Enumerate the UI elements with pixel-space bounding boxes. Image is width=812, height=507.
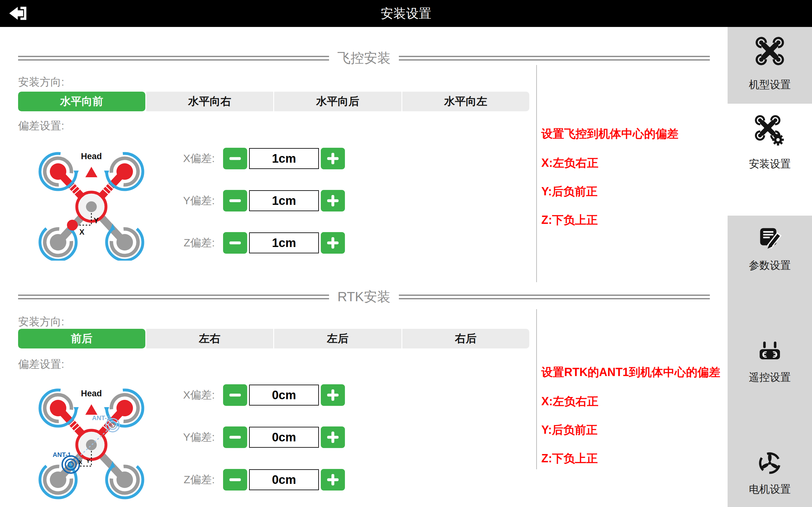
axis-x-label: X bbox=[79, 459, 83, 465]
rtk-direction-tabs: 前后 左右 左后 右后 bbox=[18, 329, 529, 348]
installation-settings-screen: 安装设置 飞控安装 安装方向: 水平向前 水平向右 水平向后 水平向左 偏差设置… bbox=[0, 0, 812, 507]
rtk-direction-label: 安装方向: bbox=[18, 315, 64, 329]
page-title: 安装设置 bbox=[0, 0, 812, 27]
fc-y-offset-label: Y偏差: bbox=[183, 193, 215, 208]
fc-y-offset-row: Y偏差: bbox=[183, 190, 345, 212]
head-label: Head bbox=[81, 152, 102, 161]
fc-x-offset-input[interactable] bbox=[249, 148, 319, 169]
fc-z-offset-label: Z偏差: bbox=[183, 236, 215, 250]
rtk-drone-diagram: ANT-2 ANT-1 Y X Head bbox=[38, 380, 152, 505]
rtk-z-offset-row: Z偏差: bbox=[183, 469, 345, 491]
fc-tab-horizontal-back[interactable]: 水平向后 bbox=[273, 92, 401, 111]
params-edit-icon bbox=[757, 226, 782, 251]
fc-tab-horizontal-forward[interactable]: 水平向前 bbox=[18, 92, 145, 111]
rtk-tab-right-back[interactable]: 右后 bbox=[401, 329, 529, 348]
topbar: 安装设置 bbox=[0, 0, 812, 27]
sidebar-item-label: 安装设置 bbox=[749, 157, 791, 171]
fc-section-title: 飞控安装 bbox=[337, 49, 391, 67]
minus-icon bbox=[230, 242, 241, 244]
minus-icon bbox=[230, 478, 241, 481]
rtk-x-offset-input[interactable] bbox=[249, 385, 319, 405]
fc-offset-label: 偏差设置: bbox=[18, 119, 64, 133]
minus-icon bbox=[230, 436, 241, 439]
rtk-tab-left-back[interactable]: 左后 bbox=[273, 329, 401, 348]
fc-tab-horizontal-left[interactable]: 水平向左 bbox=[401, 92, 529, 111]
fc-z-offset-row: Z偏差: bbox=[183, 232, 345, 253]
fc-x-offset-label: X偏差: bbox=[183, 151, 215, 166]
fc-x-offset-plus-button[interactable] bbox=[321, 148, 345, 169]
rtk-hint-line-1: 设置RTK的ANT1到机体中心的偏差 bbox=[541, 364, 720, 380]
rtk-y-offset-input[interactable] bbox=[249, 427, 319, 448]
header-rule-left bbox=[18, 56, 329, 61]
rtk-z-offset-input[interactable] bbox=[249, 469, 319, 490]
rtk-hint-line-4: Z:下负上正 bbox=[541, 451, 598, 466]
fc-hint-line-4: Z:下负上正 bbox=[541, 213, 598, 228]
gear-icon bbox=[772, 134, 784, 146]
rtk-y-offset-minus-button[interactable] bbox=[223, 427, 247, 448]
settings-sidebar: 机型设置 bbox=[727, 27, 812, 507]
axis-y-label: Y bbox=[86, 458, 90, 464]
head-arrow-icon bbox=[85, 167, 97, 177]
sidebar-item-label: 电机设置 bbox=[749, 482, 791, 497]
fc-z-offset-minus-button[interactable] bbox=[223, 232, 247, 253]
sidebar-item-installation-settings[interactable]: 安装设置 bbox=[727, 115, 812, 171]
rtk-tab-front-back[interactable]: 前后 bbox=[18, 329, 145, 348]
rtk-hint-line-2: X:左负右正 bbox=[541, 394, 599, 409]
header-rule-right bbox=[399, 56, 710, 61]
fc-hint-line-3: Y:后负前正 bbox=[541, 184, 598, 200]
fc-x-offset-row: X偏差: bbox=[183, 148, 345, 169]
rtk-y-offset-label: Y偏差: bbox=[183, 430, 215, 445]
sidebar-item-motor-settings[interactable]: 电机设置 bbox=[727, 450, 812, 497]
rtk-z-offset-plus-button[interactable] bbox=[321, 469, 345, 491]
sidebar-item-label: 遥控设置 bbox=[749, 370, 791, 385]
fc-section-header: 飞控安装 bbox=[18, 49, 710, 67]
ant2-label: ANT-2 bbox=[92, 414, 110, 421]
sidebar-item-aircraft-settings[interactable]: 机型设置 bbox=[727, 36, 812, 92]
sidebar-item-label: 机型设置 bbox=[749, 78, 791, 92]
rtk-offset-label: 偏差设置: bbox=[18, 357, 64, 372]
rtk-y-offset-plus-button[interactable] bbox=[321, 427, 345, 448]
rtk-x-offset-row: X偏差: bbox=[183, 384, 345, 406]
rtk-z-offset-label: Z偏差: bbox=[183, 472, 215, 487]
rtk-section-header: RTK安装 bbox=[18, 288, 710, 306]
fc-tab-horizontal-right[interactable]: 水平向右 bbox=[145, 92, 273, 111]
fc-y-offset-input[interactable] bbox=[249, 190, 319, 211]
rtk-section-title: RTK安装 bbox=[337, 288, 390, 306]
minus-icon bbox=[230, 157, 241, 160]
fc-hint-line-1: 设置飞控到机体中心的偏差 bbox=[541, 126, 678, 142]
ant1-label: ANT-1 bbox=[53, 451, 71, 458]
sidebar-item-parameter-settings[interactable]: 参数设置 bbox=[727, 226, 812, 273]
rtk-section-divider bbox=[536, 309, 537, 469]
fc-z-offset-input[interactable] bbox=[249, 232, 319, 253]
axis-y-label: Y bbox=[94, 216, 99, 225]
motor-propeller-icon bbox=[757, 450, 782, 475]
head-arrow-icon bbox=[85, 404, 97, 415]
fc-hint-line-2: X:左负右正 bbox=[541, 155, 599, 171]
fc-z-offset-plus-button[interactable] bbox=[321, 232, 345, 253]
rtk-hint-line-3: Y:后负前正 bbox=[541, 422, 598, 438]
header-rule-right bbox=[399, 294, 710, 299]
minus-icon bbox=[230, 394, 241, 397]
drone-icon bbox=[755, 36, 785, 66]
remote-controller-icon bbox=[757, 338, 782, 363]
drone-gear-icon bbox=[755, 115, 785, 146]
header-rule-left bbox=[18, 294, 329, 299]
fc-offset-point bbox=[67, 220, 78, 230]
rtk-x-offset-plus-button[interactable] bbox=[321, 384, 345, 406]
head-label: Head bbox=[81, 389, 102, 398]
fc-direction-label: 安装方向: bbox=[18, 75, 64, 90]
axis-x-label: X bbox=[79, 228, 85, 236]
sidebar-item-label: 参数设置 bbox=[749, 259, 791, 273]
rtk-tab-left-right[interactable]: 左右 bbox=[145, 329, 273, 348]
rtk-z-offset-minus-button[interactable] bbox=[223, 469, 247, 491]
rtk-y-offset-row: Y偏差: bbox=[183, 427, 345, 448]
rtk-x-offset-label: X偏差: bbox=[183, 388, 215, 402]
fc-x-offset-minus-button[interactable] bbox=[223, 148, 247, 169]
fc-y-offset-plus-button[interactable] bbox=[321, 190, 345, 212]
rtk-x-offset-minus-button[interactable] bbox=[223, 384, 247, 406]
fc-direction-tabs: 水平向前 水平向右 水平向后 水平向左 bbox=[18, 92, 529, 111]
minus-icon bbox=[230, 200, 241, 202]
fc-y-offset-minus-button[interactable] bbox=[223, 190, 247, 212]
sidebar-item-remote-settings[interactable]: 遥控设置 bbox=[727, 338, 812, 385]
fc-drone-diagram: Y X Head bbox=[38, 143, 152, 261]
